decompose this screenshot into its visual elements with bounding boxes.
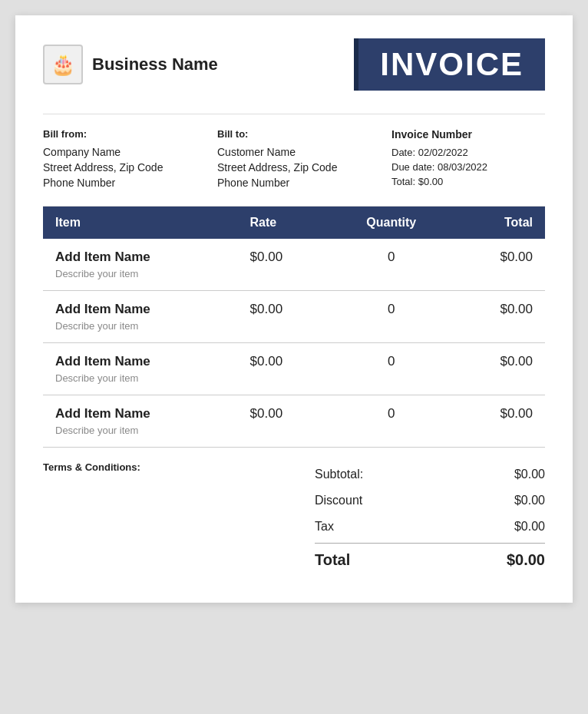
bill-section: Bill from: Company Name Street Address, … [43, 114, 545, 207]
invoice-container: 🎂 Business Name INVOICE Bill from: Compa… [15, 15, 573, 603]
col-rate: Rate [238, 207, 331, 239]
discount-row: Discount $0.00 [315, 488, 545, 514]
brand-icon: 🎂 [43, 45, 83, 84]
col-quantity: Quantity [331, 207, 452, 239]
col-total: Total [452, 207, 545, 239]
rate-cell: $0.00 [238, 291, 331, 343]
item-name: Add Item Name [55, 302, 226, 317]
total-cell: $0.00 [452, 395, 545, 448]
total-cell: $0.00 [452, 239, 545, 291]
item-cell: Add Item Name Describe your item [43, 395, 238, 448]
table-header: Item Rate Quantity Total [43, 207, 545, 239]
discount-value: $0.00 [514, 494, 545, 507]
item-desc: Describe your item [55, 425, 226, 436]
total-cell: $0.00 [452, 291, 545, 343]
brand-block: 🎂 Business Name [43, 45, 218, 84]
invoice-title-block: INVOICE [354, 38, 545, 91]
terms-label: Terms & Conditions: [43, 461, 140, 473]
subtotal-value: $0.00 [514, 468, 545, 481]
total-row: Total $0.00 [315, 543, 545, 575]
item-name: Add Item Name [55, 250, 226, 265]
item-name: Add Item Name [55, 354, 226, 369]
table-row: Add Item Name Describe your item $0.00 0… [43, 239, 545, 291]
totals-block: Subtotal: $0.00 Discount $0.00 Tax $0.00… [315, 461, 545, 575]
total-cell: $0.00 [452, 343, 545, 395]
tax-value: $0.00 [514, 520, 545, 534]
bill-from-phone: Phone Number [43, 177, 197, 189]
total-label: Total [315, 551, 350, 569]
bill-from-address: Street Address, Zip Code [43, 161, 197, 174]
tax-label: Tax [315, 520, 334, 534]
table-row: Add Item Name Describe your item $0.00 0… [43, 343, 545, 395]
bill-to-address: Street Address, Zip Code [217, 161, 371, 174]
table-row: Add Item Name Describe your item $0.00 0… [43, 291, 545, 343]
items-table: Item Rate Quantity Total Add Item Name D… [43, 207, 545, 448]
subtotal-label: Subtotal: [315, 468, 363, 481]
tax-row: Tax $0.00 [315, 514, 545, 540]
total-value: $0.00 [507, 551, 545, 569]
rate-cell: $0.00 [238, 239, 331, 291]
rate-cell: $0.00 [238, 343, 331, 395]
subtotal-row: Subtotal: $0.00 [315, 461, 545, 488]
item-cell: Add Item Name Describe your item [43, 239, 238, 291]
table-body: Add Item Name Describe your item $0.00 0… [43, 239, 545, 448]
rate-cell: $0.00 [238, 395, 331, 448]
bill-to-customer: Customer Name [217, 146, 371, 158]
table-row: Add Item Name Describe your item $0.00 0… [43, 395, 545, 448]
item-cell: Add Item Name Describe your item [43, 343, 238, 395]
bill-from-company: Company Name [43, 146, 197, 158]
invoice-total-meta: Total: $0.00 [391, 176, 545, 187]
bill-to-phone: Phone Number [217, 177, 371, 189]
item-desc: Describe your item [55, 320, 226, 332]
bill-from-column: Bill from: Company Name Street Address, … [43, 128, 197, 189]
col-item: Item [43, 207, 238, 239]
bill-from-label: Bill from: [43, 128, 197, 140]
qty-cell: 0 [331, 239, 452, 291]
item-desc: Describe your item [55, 268, 226, 279]
bill-to-column: Bill to: Customer Name Street Address, Z… [217, 128, 371, 189]
invoice-title: INVOICE [380, 46, 524, 83]
item-cell: Add Item Name Describe your item [43, 291, 238, 343]
qty-cell: 0 [331, 343, 452, 395]
item-desc: Describe your item [55, 372, 226, 384]
invoice-meta-column: Invoice Number Date: 02/02/2022 Due date… [391, 128, 545, 189]
invoice-due-date: Due date: 08/03/2022 [391, 161, 545, 173]
qty-cell: 0 [331, 395, 452, 448]
invoice-number-label: Invoice Number [391, 128, 545, 140]
invoice-date: Date: 02/02/2022 [391, 147, 545, 158]
bill-to-label: Bill to: [217, 128, 371, 140]
business-name: Business Name [92, 55, 218, 74]
terms-block: Terms & Conditions: [43, 461, 140, 473]
invoice-header: 🎂 Business Name INVOICE [43, 38, 545, 91]
footer-section: Terms & Conditions: Subtotal: $0.00 Disc… [43, 461, 545, 575]
qty-cell: 0 [331, 291, 452, 343]
item-name: Add Item Name [55, 406, 226, 421]
discount-label: Discount [315, 494, 362, 507]
